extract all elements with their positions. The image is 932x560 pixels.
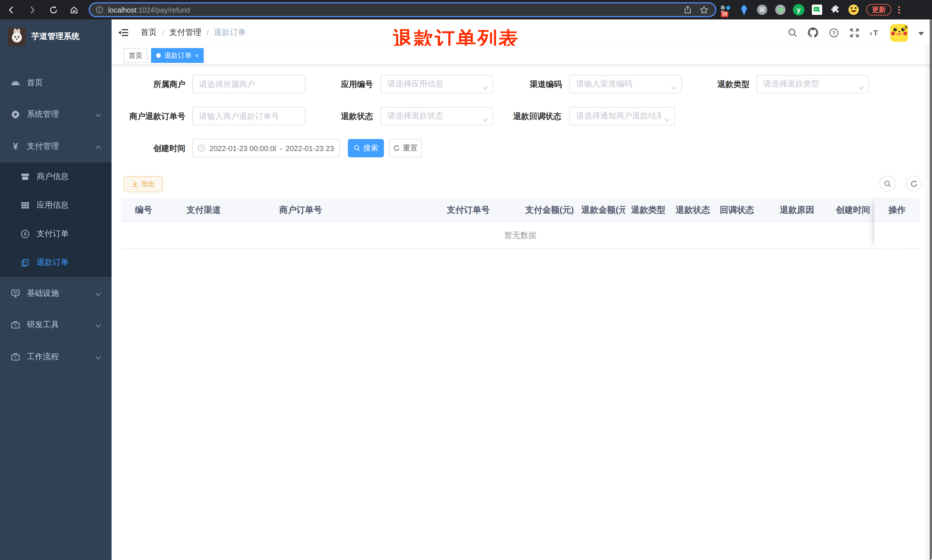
extension-command-icon[interactable]: ⌘ bbox=[757, 4, 768, 15]
fullscreen-icon[interactable] bbox=[849, 28, 859, 38]
tag-refund-order[interactable]: 退款订单 × bbox=[151, 48, 204, 63]
refund-type-select[interactable]: 请选择退款类型 bbox=[757, 75, 869, 93]
col-header-pay-amount: 支付金额(元) bbox=[520, 205, 575, 215]
tag-home[interactable]: 首页 bbox=[124, 48, 148, 63]
col-header-refund-type: 退款类型 bbox=[625, 205, 670, 215]
svg-text:?: ? bbox=[832, 30, 835, 36]
sidebar-item-merchant-info[interactable]: 商户信息 bbox=[0, 162, 112, 191]
monitor-icon bbox=[11, 289, 20, 298]
table-grid-icon bbox=[21, 201, 30, 210]
sidebar-item-system[interactable]: 系统管理 bbox=[0, 98, 112, 131]
browser-menu-icon[interactable] bbox=[898, 6, 900, 14]
sidebar-item-label: 退款订单 bbox=[37, 257, 69, 268]
extension-chat-icon[interactable] bbox=[811, 4, 823, 15]
tag-close-icon[interactable]: × bbox=[195, 52, 199, 59]
table-header-row: 编号 支付渠道 商户订单号 支付订单号 支付金额(元) 退款金额(元) 退款类型… bbox=[121, 198, 920, 223]
browser-back-icon[interactable] bbox=[5, 4, 17, 15]
extension-gem-icon[interactable] bbox=[738, 4, 749, 15]
select-arrow-icon bbox=[482, 114, 488, 124]
sidebar-item-pay-order[interactable]: ¥ 支付订单 bbox=[0, 220, 112, 248]
browser-home-icon[interactable] bbox=[68, 4, 80, 15]
export-button[interactable]: 导出 bbox=[124, 176, 163, 192]
scroll-gutter bbox=[923, 46, 930, 560]
clock-icon bbox=[197, 144, 205, 152]
browser-update-button[interactable]: 更新 bbox=[866, 4, 891, 15]
table-empty-row: 暂无数据 bbox=[121, 223, 920, 249]
filter-label-refund-type: 退款类型 bbox=[685, 75, 749, 93]
address-bar[interactable]: localhost:1024/pay/refund bbox=[89, 2, 716, 17]
sidebar-item-workflow[interactable]: 工作流程 bbox=[0, 341, 112, 373]
filter-label-channel-code: 渠道编码 bbox=[498, 75, 562, 93]
search-icon bbox=[354, 145, 360, 152]
bookmark-star-icon[interactable] bbox=[700, 5, 708, 14]
filter-label-refund-status: 退款状态 bbox=[309, 107, 373, 125]
show-search-toggle-button[interactable] bbox=[880, 175, 895, 192]
reset-button[interactable]: 重置 bbox=[389, 139, 421, 157]
date-start-value: 2022-01-23 00:00:00 bbox=[209, 144, 276, 152]
extension-grid-icon[interactable]: 10 bbox=[720, 4, 731, 15]
site-info-icon[interactable] bbox=[95, 6, 103, 14]
select-arrow-icon bbox=[858, 82, 864, 92]
header-search-icon[interactable] bbox=[787, 28, 798, 38]
channel-code-select[interactable]: 请输入渠道编码 bbox=[569, 75, 682, 93]
chevron-down-icon bbox=[95, 320, 101, 329]
sidebar-item-label: 首页 bbox=[27, 78, 43, 88]
sidebar-item-home[interactable]: 首页 bbox=[0, 67, 112, 99]
app-no-select[interactable]: 请选择应用信息 bbox=[380, 75, 493, 93]
browser-reload-icon[interactable] bbox=[48, 4, 59, 15]
col-header-action: 操作 bbox=[874, 198, 920, 223]
sidebar-item-app-info[interactable]: 应用信息 bbox=[0, 191, 112, 220]
browser-forward-icon[interactable] bbox=[26, 4, 38, 15]
font-size-icon[interactable]: тT bbox=[870, 28, 880, 38]
col-header-refund-reason: 退款原因 bbox=[774, 205, 830, 215]
share-icon[interactable] bbox=[684, 6, 692, 14]
svg-text:¥: ¥ bbox=[24, 232, 27, 237]
extension-y-icon[interactable]: y bbox=[793, 4, 804, 15]
sidebar-item-refund-order[interactable]: 退款订单 bbox=[0, 248, 112, 277]
col-header-refund-amount: 退款金额(元) bbox=[575, 205, 625, 215]
notify-status-select[interactable]: 请选择通知商户退款结果的 bbox=[569, 107, 675, 125]
create-time-range-picker[interactable]: 2022-01-23 00:00:00 - 2022-01-23 23:59:5… bbox=[192, 139, 340, 157]
sidebar-item-label: 基础设施 bbox=[27, 288, 59, 298]
navbar: 首页 / 支付管理 / 退款订单 退款订单列表 ? тT bbox=[112, 20, 932, 46]
app-title: 芋道管理系统 bbox=[31, 31, 80, 42]
extension-puzzle-icon[interactable] bbox=[830, 4, 841, 15]
refresh-icon bbox=[393, 145, 400, 152]
window-edge[interactable] bbox=[930, 20, 932, 560]
filter-label-create-time: 创建时间 bbox=[124, 139, 185, 157]
store-icon bbox=[21, 172, 30, 182]
tags-view: 首页 退款订单 × bbox=[112, 46, 932, 65]
chevron-up-icon bbox=[95, 142, 101, 151]
help-icon[interactable]: ? bbox=[829, 28, 839, 38]
sidebar: 芋道管理系统 首页 系统管理 ¥ 支付管理 商户信息 应用信息 bbox=[0, 20, 112, 560]
refresh-table-button[interactable] bbox=[906, 175, 922, 192]
active-tag-dot bbox=[156, 53, 161, 58]
breadcrumb-home[interactable]: 首页 bbox=[141, 28, 157, 38]
extension-emoji-icon[interactable] bbox=[848, 4, 859, 15]
sidebar-item-pay[interactable]: ¥ 支付管理 bbox=[0, 131, 112, 162]
filter-label-notify-status: 退款回调状态 bbox=[497, 107, 561, 125]
github-icon[interactable] bbox=[808, 28, 818, 38]
url-text: localhost:1024/pay/refund bbox=[108, 5, 190, 15]
extension-record-icon[interactable] bbox=[775, 4, 786, 15]
user-avatar[interactable] bbox=[890, 24, 908, 42]
app-logo-rabbit bbox=[8, 28, 26, 46]
toolbox-icon bbox=[11, 320, 20, 329]
sidebar-item-devtools[interactable]: 研发工具 bbox=[0, 309, 112, 341]
fold-sidebar-icon[interactable] bbox=[118, 28, 128, 37]
breadcrumb-section[interactable]: 支付管理 bbox=[169, 28, 201, 38]
empty-text: 暂无数据 bbox=[504, 230, 537, 240]
app-logo-row[interactable]: 芋道管理系统 bbox=[0, 20, 112, 49]
merchant-refund-no-input[interactable] bbox=[192, 107, 306, 125]
avatar-caret-icon[interactable] bbox=[918, 32, 924, 35]
refund-table: 编号 支付渠道 商户订单号 支付订单号 支付金额(元) 退款金额(元) 退款类型… bbox=[121, 198, 920, 249]
refund-status-select[interactable]: 请选择退款状态 bbox=[380, 107, 493, 125]
extensions-row: 10 ⌘ y 更新 bbox=[720, 2, 900, 18]
search-button[interactable]: 搜索 bbox=[348, 139, 384, 157]
chevron-down-icon bbox=[95, 110, 101, 119]
sidebar-item-label: 支付管理 bbox=[27, 141, 59, 152]
sidebar-item-infra[interactable]: 基础设施 bbox=[0, 277, 112, 309]
breadcrumb-current: 退款订单 bbox=[214, 28, 246, 38]
merchant-input[interactable] bbox=[192, 75, 306, 93]
chevron-down-icon bbox=[95, 352, 101, 362]
